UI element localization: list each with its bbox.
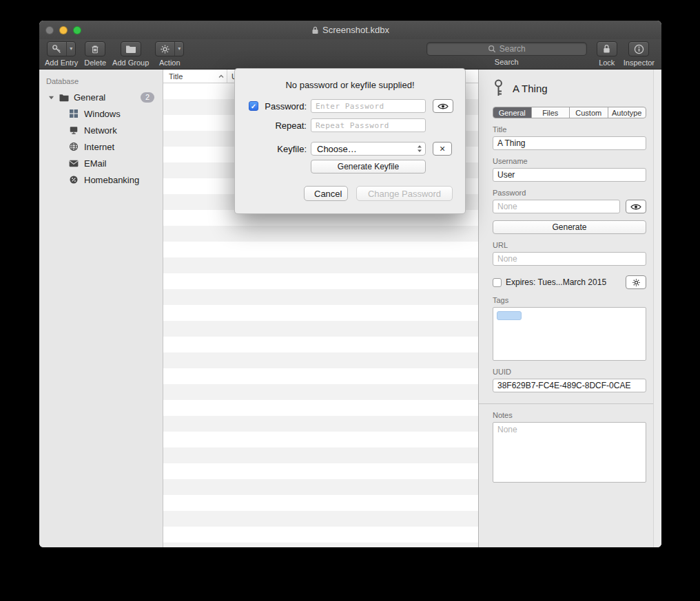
sidebar-item-email[interactable]: EMail <box>39 155 163 171</box>
folder-icon <box>59 92 70 103</box>
url-label: URL <box>493 241 646 249</box>
tag-chip[interactable] <box>497 311 522 320</box>
percent-coin-icon <box>68 174 79 185</box>
expires-checkbox[interactable] <box>493 278 502 287</box>
lock-group: Lock <box>597 41 617 67</box>
action-button[interactable]: ▾ <box>155 41 184 56</box>
repeat-label: Repeat: <box>261 120 307 131</box>
divider <box>479 403 661 404</box>
gear-icon <box>632 278 641 287</box>
action-label: Action <box>159 59 181 67</box>
password-row: ✓ Password: <box>235 99 465 113</box>
search-placeholder: Search <box>500 44 526 54</box>
sidebar-item-label: Internet <box>84 142 114 152</box>
sidebar-item-homebanking[interactable]: Homebanking <box>39 171 163 188</box>
generate-keyfile-button[interactable]: Generate Keyfile <box>311 160 426 173</box>
action-group: ▾ Action <box>155 41 184 67</box>
add-group-label: Add Group <box>112 59 149 67</box>
password-field[interactable] <box>493 200 620 213</box>
sidebar: Database General 2 <box>39 70 163 547</box>
minimize-button[interactable] <box>59 26 68 34</box>
uuid-field[interactable] <box>493 379 646 392</box>
close-button[interactable] <box>45 26 54 34</box>
sidebar-item-label: EMail <box>84 158 107 169</box>
notes-label: Notes <box>493 411 646 419</box>
tags-label: Tags <box>493 296 646 304</box>
search-input[interactable]: Search <box>426 42 587 56</box>
sidebar-item-windows[interactable]: Windows <box>39 105 163 122</box>
password-input[interactable] <box>311 99 426 113</box>
tab-custom[interactable]: Custom <box>570 107 608 118</box>
sidebar-item-internet[interactable]: Internet <box>39 138 163 155</box>
globe-icon <box>68 141 79 152</box>
x-icon: × <box>440 144 445 154</box>
delete-label: Delete <box>84 59 106 67</box>
title-label: Title <box>493 125 646 134</box>
tab-general[interactable]: General <box>493 107 532 118</box>
change-password-button[interactable]: Change Password <box>356 186 453 201</box>
inspector-button[interactable] <box>628 41 649 56</box>
lock-button[interactable] <box>597 41 617 56</box>
expires-options-button[interactable] <box>626 275 646 289</box>
dialog-message: No password or keyfile supplied! <box>235 80 465 90</box>
inspector-group: Inspector <box>624 41 655 67</box>
url-field[interactable] <box>493 252 646 266</box>
sidebar-item-label: Network <box>84 125 117 136</box>
add-entry-group: ▾ Add Entry <box>45 41 78 67</box>
toolbar: ▾ Add Entry Delete <box>39 39 661 70</box>
disclosure-triangle-icon[interactable] <box>48 94 54 101</box>
uuid-label: UUID <box>493 368 646 376</box>
search-label: Search <box>495 58 519 66</box>
repeat-input[interactable] <box>311 118 426 132</box>
expires-row: Expires: Tues...March 2015 <box>493 275 646 289</box>
chevron-down-icon: ▾ <box>70 46 72 52</box>
reveal-password-button[interactable] <box>433 99 453 113</box>
sidebar-item-general[interactable]: General 2 <box>39 89 163 105</box>
reveal-password-button[interactable] <box>626 200 646 213</box>
sidebar-item-label: Homebanking <box>84 175 139 185</box>
repeat-row: Repeat: <box>235 118 465 132</box>
network-icon <box>68 125 79 136</box>
column-header-title[interactable]: Title <box>163 70 227 83</box>
keyfile-label: Keyfile: <box>261 144 307 154</box>
lock-label: Lock <box>599 59 615 67</box>
sidebar-item-network[interactable]: Network <box>39 122 163 138</box>
folder-add-icon <box>121 42 141 56</box>
search-group: Search Search <box>426 41 587 66</box>
password-checkbox[interactable]: ✓ <box>249 101 258 111</box>
clear-keyfile-button[interactable]: × <box>433 142 452 156</box>
key-icon <box>493 79 504 97</box>
trash-icon <box>86 42 104 56</box>
add-group-button[interactable] <box>121 41 141 56</box>
sidebar-item-label: Windows <box>84 109 121 119</box>
checkmark-icon: ✓ <box>251 103 256 110</box>
scrollbar-track[interactable] <box>653 70 661 547</box>
screen: Screenshot.kdbx ▾ Add Entry <box>0 0 700 601</box>
checkbox-spacer <box>249 120 258 130</box>
add-entry-dropdown[interactable]: ▾ <box>66 42 75 56</box>
delete-button[interactable] <box>85 41 105 56</box>
zoom-button[interactable] <box>73 26 81 34</box>
title-field[interactable] <box>493 136 646 150</box>
password-label: Password: <box>261 101 307 112</box>
add-entry-button[interactable]: ▾ <box>47 41 76 56</box>
entry-title: A Thing <box>513 83 548 94</box>
tab-autotype[interactable]: Autotype <box>608 107 646 118</box>
change-password-dialog: No password or keyfile supplied! ✓ Passw… <box>234 68 466 214</box>
password-label: Password <box>493 189 646 197</box>
inspector-tabs: General Files Custom Autotype <box>493 107 646 118</box>
username-field[interactable] <box>493 168 646 182</box>
notes-field[interactable] <box>493 422 646 483</box>
info-icon <box>630 42 648 56</box>
inspector-label: Inspector <box>624 59 655 67</box>
generate-password-button[interactable]: Generate <box>493 220 646 234</box>
windows-icon <box>68 108 79 119</box>
keyfile-popup[interactable]: Choose… <box>311 142 426 156</box>
chevron-down-icon: ▾ <box>178 46 181 52</box>
action-dropdown[interactable]: ▾ <box>174 42 183 56</box>
delete-group: Delete <box>84 41 106 67</box>
envelope-icon <box>68 158 79 169</box>
tags-field[interactable] <box>493 307 646 361</box>
cancel-button[interactable]: Cancel <box>304 186 348 201</box>
tab-files[interactable]: Files <box>532 107 570 118</box>
